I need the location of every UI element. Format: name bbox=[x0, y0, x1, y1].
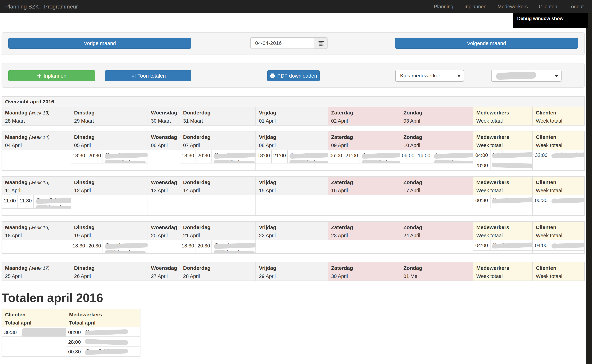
appointment-start-time: 18:30 bbox=[180, 240, 196, 253]
redaction-blob bbox=[214, 160, 255, 163]
day-cell bbox=[256, 195, 328, 215]
day-name: Zaterdag bbox=[331, 224, 400, 230]
empty-space bbox=[473, 208, 533, 215]
empty-space bbox=[533, 163, 584, 170]
week-header-row: Maandag (week 15)11 AprilDinsdag12 April… bbox=[2, 176, 585, 195]
summary-name: Daniek Jonker bbox=[550, 195, 584, 208]
day-date: 25 April bbox=[5, 273, 71, 279]
pdf-download-button[interactable]: PDF downloaden bbox=[267, 70, 320, 81]
redaction-blob bbox=[22, 328, 66, 337]
calendar-addon-button[interactable] bbox=[314, 37, 327, 49]
appointment-end-time: 20:30 bbox=[196, 240, 212, 253]
redacted-selected-value bbox=[496, 72, 536, 80]
employee-filter-select[interactable] bbox=[491, 70, 561, 82]
appointment-start-time: 18:30 bbox=[71, 240, 87, 253]
nav-item-logout[interactable]: Logout bbox=[568, 4, 584, 10]
day-name: Vrijdag bbox=[259, 265, 328, 271]
day-cell bbox=[148, 240, 180, 254]
day-cell-content: 18:3020:30Goeitske KooistraDaniek Jonker bbox=[180, 240, 255, 253]
navbar: Planning BZK - Programmeur PlanningInpla… bbox=[0, 0, 592, 13]
summary-subtitle: Week totaal bbox=[476, 118, 533, 124]
month-navigation-panel: Vorige maand Volgende maand bbox=[1, 32, 585, 55]
summary-title: Medewerkers bbox=[476, 224, 533, 230]
totals-heading: Totalen april 2016 bbox=[1, 292, 585, 304]
week-number-label: (week 15) bbox=[29, 180, 50, 185]
clienten-header-cell: ClientenWeek totaal bbox=[533, 176, 585, 195]
totals-name: Gerry Schilstra bbox=[83, 346, 140, 356]
previous-month-button[interactable]: Vorige maand bbox=[8, 38, 191, 49]
day-name: Zondag bbox=[403, 179, 473, 185]
day-cell-content bbox=[400, 240, 473, 253]
day-header-cell: Woensdag06 April bbox=[148, 131, 180, 150]
appointment-start-time: 06:00 bbox=[400, 150, 416, 163]
nav-item-clinten[interactable]: Cliënten bbox=[539, 4, 557, 10]
redacted-name: Daniek Jonker bbox=[363, 159, 400, 163]
redacted-name: Daniek Jonker bbox=[215, 249, 255, 253]
day-cell-content bbox=[256, 195, 328, 215]
totals-table: Clienten Totaal april Medewerkers Totaal… bbox=[1, 309, 140, 357]
redacted-name: Goeitske Kooistra bbox=[215, 152, 255, 158]
next-month-button[interactable]: Volgende maand bbox=[395, 38, 578, 49]
day-name: Zondag bbox=[403, 110, 473, 116]
summary-title: Medewerkers bbox=[476, 179, 533, 185]
day-name: Maandag (week 17) bbox=[5, 265, 71, 271]
day-date: 28 April bbox=[183, 273, 255, 279]
summary-name: Gerry Schilstra bbox=[490, 195, 533, 208]
day-name: Vrijdag bbox=[259, 110, 328, 116]
chevron-down-icon bbox=[555, 75, 558, 77]
nav-item-planning[interactable]: Planning bbox=[434, 4, 453, 10]
summary-name: Goeitske Kooistra bbox=[490, 150, 533, 160]
summary-title: Medewerkers bbox=[476, 110, 533, 116]
nav-item-inplannen[interactable]: Inplannen bbox=[464, 4, 486, 10]
scrollbar[interactable] bbox=[586, 13, 592, 364]
day-date: 26 April bbox=[74, 273, 148, 279]
appointment-start-time: 18:00 bbox=[256, 150, 272, 163]
totals-row: 28:00Jeannet Postma bbox=[66, 337, 140, 346]
totals-name: Jeannet Postma bbox=[83, 337, 140, 346]
kies-medewerker-select[interactable]: Kies medewerker bbox=[395, 70, 464, 82]
week-header-row: Maandag (week 17)25 AprilDinsdag26 April… bbox=[2, 262, 585, 281]
date-input[interactable] bbox=[250, 37, 314, 49]
summary-title: Clienten bbox=[536, 265, 584, 271]
day-date: 16 April bbox=[331, 188, 400, 193]
appointment: 06:0021:00Jeannet PostmaDaniek Jonker bbox=[328, 150, 400, 163]
day-date: 04 April bbox=[5, 143, 71, 148]
day-date: 20 April bbox=[151, 233, 180, 238]
day-cell bbox=[180, 195, 256, 215]
day-cell: 18:0021:00Jeannet PostmaDaniek Jonker bbox=[256, 150, 328, 171]
clienten-total-cell: 00:30Daniek Jonker bbox=[533, 195, 585, 215]
empty-space bbox=[180, 163, 255, 170]
appointment: 11:0011:30Gerry SchilstraDaniek Jonker bbox=[2, 195, 71, 209]
week-table-15: Maandag (week 15)11 AprilDinsdag12 April… bbox=[1, 176, 585, 216]
redacted-name: Daniek Jonker bbox=[290, 159, 328, 163]
appointment-names: Jeannet PostmaDaniek Jonker bbox=[432, 150, 473, 163]
day-cell-content bbox=[2, 240, 71, 253]
empty-space bbox=[71, 163, 148, 170]
summary-subtitle: Week totaal bbox=[536, 143, 584, 148]
day-date: 31 Maart bbox=[183, 118, 255, 124]
inplannen-button[interactable]: Inplannen bbox=[8, 70, 95, 81]
redacted-name: Goeitske Kooistra bbox=[493, 151, 530, 158]
navbar-menu: PlanningInplannenMedewerkersCliëntenLogo… bbox=[434, 4, 584, 10]
totals-clienten-header: Clienten Totaal april bbox=[2, 309, 66, 327]
summary-name: Goeitske Kooistra bbox=[490, 240, 533, 250]
day-date: 15 April bbox=[259, 188, 328, 193]
redacted-name: Goeitske Kooistra bbox=[86, 329, 123, 335]
day-name: Zondag bbox=[403, 224, 473, 230]
day-name: Donderdag bbox=[183, 134, 255, 140]
actions-panel: Inplannen Toon totalen PDF downloaden Ki… bbox=[1, 63, 585, 88]
redacted-name: Jeannet Postma bbox=[290, 152, 328, 158]
nav-item-medewerkers[interactable]: Medewerkers bbox=[498, 4, 528, 10]
appointment: 18:3020:30Goeitske KooistraDaniek Jonker bbox=[71, 240, 148, 253]
empty-space bbox=[2, 337, 66, 356]
day-date: 30 Maart bbox=[151, 118, 180, 124]
toon-totalen-button[interactable]: Toon totalen bbox=[105, 70, 191, 81]
totals-clienten-cell: 36:30 bbox=[2, 327, 66, 356]
day-name: Zondag bbox=[403, 134, 473, 140]
day-header-cell: Zaterdag16 April bbox=[328, 176, 400, 195]
totals-medewerkers-cell: 08:00Goeitske Kooistra28:00Jeannet Postm… bbox=[66, 327, 140, 356]
summary-row: 00:30Daniek Jonker bbox=[533, 195, 584, 208]
appointment: 18:3020:30Goeitske KooistraDaniek Jonker bbox=[180, 150, 255, 163]
summary-row: 04:00Goeitske Kooistra bbox=[473, 240, 533, 251]
redacted-name: Goeitske Kooistra bbox=[493, 241, 530, 248]
